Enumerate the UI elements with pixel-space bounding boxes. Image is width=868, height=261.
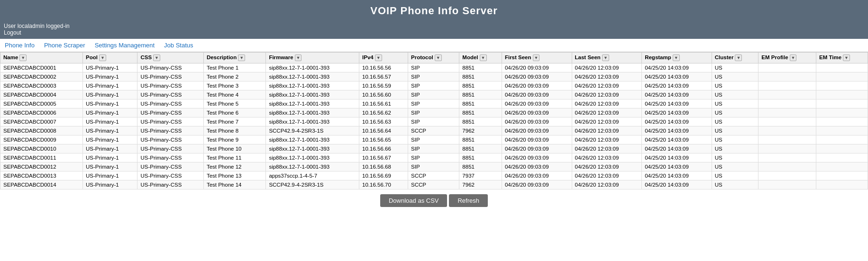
- cell-regstamp: 04/25/20 14:03:09: [642, 171, 712, 180]
- sort-btn-em_profile[interactable]: ▼: [790, 54, 797, 61]
- table-row: SEPABCDABCD0009US-Primary-1US-Primary-CS…: [0, 135, 868, 144]
- sort-btn-firmware[interactable]: ▼: [295, 54, 302, 61]
- cell-pool: US-Primary-1: [83, 117, 137, 126]
- cell-last_seen: 04/26/20 12:03:09: [572, 171, 642, 180]
- cell-pool: US-Primary-1: [83, 99, 137, 108]
- cell-pool: US-Primary-1: [83, 72, 137, 81]
- sort-btn-name[interactable]: ▼: [19, 54, 27, 61]
- cell-regstamp: 04/25/20 14:03:09: [642, 81, 712, 90]
- navigation: Phone InfoPhone ScraperSettings Manageme…: [0, 39, 868, 52]
- sort-btn-css[interactable]: ▼: [153, 54, 160, 61]
- cell-model: 8851: [459, 117, 502, 126]
- cell-protocol: SIP: [408, 63, 459, 72]
- cell-last_seen: 04/26/20 12:03:09: [572, 144, 642, 153]
- cell-description: Test Phone 2: [203, 72, 266, 81]
- cell-cluster: US: [712, 108, 758, 117]
- cell-model: 8851: [459, 144, 502, 153]
- sort-btn-last_seen[interactable]: ▼: [602, 54, 609, 61]
- cell-first_seen: 04/26/20 09:03:09: [502, 99, 572, 108]
- cell-protocol: SIP: [408, 144, 459, 153]
- sort-btn-em_time[interactable]: ▼: [843, 54, 850, 61]
- cell-ipv4: 10.16.56.59: [359, 81, 408, 90]
- nav-link-phone-scraper[interactable]: Phone Scraper: [44, 42, 85, 49]
- cell-firmware: sip88xx.12-7-1-0001-393: [266, 135, 359, 144]
- phone-info-table-container: Name▼Pool▼CSS▼Description▼Firmware▼IPv4▼…: [0, 52, 868, 189]
- sort-btn-ipv4[interactable]: ▼: [375, 54, 382, 61]
- table-row: SEPABCDABCD0002US-Primary-1US-Primary-CS…: [0, 72, 868, 81]
- refresh-button[interactable]: Refresh: [449, 194, 488, 207]
- nav-link-settings-management[interactable]: Settings Management: [95, 42, 155, 49]
- cell-regstamp: 04/25/20 14:03:09: [642, 90, 712, 99]
- cell-cluster: US: [712, 72, 758, 81]
- cell-cluster: US: [712, 90, 758, 99]
- cell-last_seen: 04/26/20 12:03:09: [572, 117, 642, 126]
- cell-model: 7962: [459, 180, 502, 189]
- sort-btn-cluster[interactable]: ▼: [735, 54, 742, 61]
- cell-regstamp: 04/25/20 14:03:09: [642, 126, 712, 135]
- cell-firmware: sip88xx.12-7-1-0001-393: [266, 81, 359, 90]
- cell-cluster: US: [712, 63, 758, 72]
- cell-regstamp: 04/25/20 14:03:09: [642, 117, 712, 126]
- cell-model: 7962: [459, 126, 502, 135]
- cell-em_profile: [758, 108, 816, 117]
- cell-cluster: US: [712, 162, 758, 171]
- cell-pool: US-Primary-1: [83, 90, 137, 99]
- cell-cluster: US: [712, 135, 758, 144]
- cell-name: SEPABCDABCD0008: [0, 126, 83, 135]
- col-header-ipv4: IPv4▼: [359, 53, 408, 63]
- cell-name: SEPABCDABCD0007: [0, 117, 83, 126]
- sort-btn-regstamp[interactable]: ▼: [673, 54, 680, 61]
- cell-protocol: SCCP: [408, 171, 459, 180]
- cell-firmware: sip88xx.12-7-1-0001-393: [266, 153, 359, 162]
- col-header-css: CSS▼: [137, 53, 203, 63]
- table-row: SEPABCDABCD0006US-Primary-1US-Primary-CS…: [0, 108, 868, 117]
- cell-ipv4: 10.16.56.68: [359, 162, 408, 171]
- cell-ipv4: 10.16.56.56: [359, 63, 408, 72]
- logout-link[interactable]: Logout: [4, 29, 864, 36]
- cell-regstamp: 04/25/20 14:03:09: [642, 162, 712, 171]
- cell-first_seen: 04/26/20 09:03:09: [502, 144, 572, 153]
- nav-link-phone-info[interactable]: Phone Info: [5, 42, 35, 49]
- cell-first_seen: 04/26/20 09:03:09: [502, 126, 572, 135]
- cell-last_seen: 04/26/20 12:03:09: [572, 90, 642, 99]
- nav-link-job-status[interactable]: Job Status: [164, 42, 193, 49]
- table-row: SEPABCDABCD0010US-Primary-1US-Primary-CS…: [0, 144, 868, 153]
- cell-css: US-Primary-CSS: [137, 180, 203, 189]
- col-header-last_seen: Last Seen▼: [572, 53, 642, 63]
- cell-ipv4: 10.16.56.70: [359, 180, 408, 189]
- cell-description: Test Phone 5: [203, 99, 266, 108]
- sort-btn-protocol[interactable]: ▼: [435, 54, 442, 61]
- sort-btn-description[interactable]: ▼: [238, 54, 245, 61]
- sort-btn-pool[interactable]: ▼: [99, 54, 106, 61]
- cell-protocol: SIP: [408, 72, 459, 81]
- cell-em_time: [816, 108, 868, 117]
- sort-btn-model[interactable]: ▼: [480, 54, 487, 61]
- cell-name: SEPABCDABCD0001: [0, 63, 83, 72]
- cell-first_seen: 04/26/20 09:03:09: [502, 117, 572, 126]
- table-row: SEPABCDABCD0004US-Primary-1US-Primary-CS…: [0, 90, 868, 99]
- cell-name: SEPABCDABCD0011: [0, 153, 83, 162]
- cell-first_seen: 04/26/20 09:03:09: [502, 135, 572, 144]
- cell-protocol: SIP: [408, 162, 459, 171]
- cell-description: Test Phone 9: [203, 135, 266, 144]
- download-csv-button[interactable]: Download as CSV: [380, 194, 448, 207]
- cell-em_profile: [758, 144, 816, 153]
- cell-name: SEPABCDABCD0002: [0, 72, 83, 81]
- cell-css: US-Primary-CSS: [137, 162, 203, 171]
- cell-firmware: sip88xx.12-7-1-0001-393: [266, 99, 359, 108]
- sort-btn-first_seen[interactable]: ▼: [533, 54, 540, 61]
- col-header-name: Name▼: [0, 53, 83, 63]
- cell-last_seen: 04/26/20 12:03:09: [572, 126, 642, 135]
- cell-ipv4: 10.16.56.62: [359, 108, 408, 117]
- cell-model: 8851: [459, 90, 502, 99]
- cell-name: SEPABCDABCD0005: [0, 99, 83, 108]
- cell-pool: US-Primary-1: [83, 63, 137, 72]
- col-header-em_profile: EM Profile▼: [758, 53, 816, 63]
- cell-em_profile: [758, 90, 816, 99]
- cell-em_time: [816, 81, 868, 90]
- cell-first_seen: 04/26/20 09:03:09: [502, 90, 572, 99]
- cell-pool: US-Primary-1: [83, 81, 137, 90]
- cell-pool: US-Primary-1: [83, 153, 137, 162]
- cell-name: SEPABCDABCD0006: [0, 108, 83, 117]
- cell-name: SEPABCDABCD0009: [0, 135, 83, 144]
